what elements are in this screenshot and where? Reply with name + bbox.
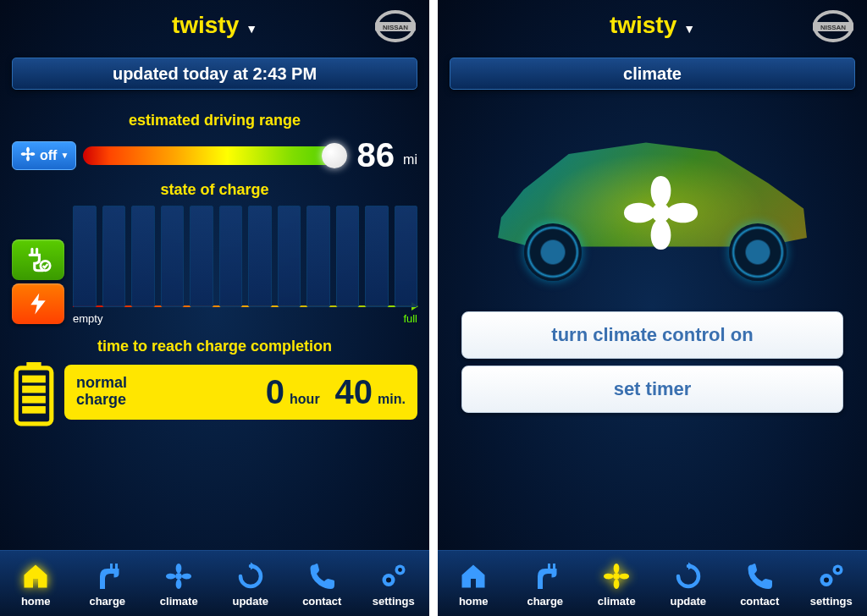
chevron-down-icon: ▼ bbox=[246, 22, 257, 36]
nissan-logo: NISSAN bbox=[809, 8, 857, 44]
tab-contact[interactable]: contact bbox=[724, 551, 796, 616]
tab-label: contact bbox=[740, 595, 779, 608]
soc-chart: empty full bbox=[73, 206, 417, 324]
charge-time-row: normal charge 0 hour 40 min. bbox=[12, 362, 417, 421]
tab-label: update bbox=[670, 595, 706, 608]
tab-label: settings bbox=[373, 595, 415, 608]
status-banner: climate bbox=[450, 58, 855, 90]
car-name-dropdown[interactable]: twisty▼ bbox=[610, 12, 695, 39]
soc-buttons bbox=[12, 239, 64, 324]
tab-home[interactable]: home bbox=[438, 551, 510, 616]
charge-time-label: time to reach charge completion bbox=[12, 338, 417, 355]
tab-home[interactable]: home bbox=[0, 551, 72, 616]
plugged-in-button[interactable] bbox=[12, 239, 64, 280]
tab-climate[interactable]: climate bbox=[143, 551, 215, 616]
charge-now-button[interactable] bbox=[12, 283, 64, 324]
svg-rect-7 bbox=[22, 376, 46, 383]
tab-label: contact bbox=[302, 595, 341, 608]
car-illustration bbox=[458, 122, 847, 300]
svg-point-3 bbox=[26, 151, 30, 155]
settings-icon bbox=[378, 559, 409, 593]
fan-icon bbox=[19, 146, 36, 166]
nissan-logo: NISSAN bbox=[372, 8, 419, 44]
range-gauge bbox=[83, 146, 345, 165]
range-knob bbox=[322, 143, 347, 168]
range-label: estimated driving range bbox=[12, 112, 417, 129]
ac-toggle[interactable]: off ▼ bbox=[12, 141, 76, 170]
svg-rect-9 bbox=[22, 396, 46, 404]
header: twisty▼ NISSAN bbox=[438, 0, 867, 51]
battery-icon bbox=[12, 362, 56, 421]
tab-label: home bbox=[459, 595, 489, 608]
svg-point-22 bbox=[824, 578, 829, 583]
tabbar: homechargeclimateupdatecontactsettings bbox=[438, 550, 867, 616]
tab-charge[interactable]: charge bbox=[510, 551, 582, 616]
chevron-down-icon: ▼ bbox=[60, 151, 69, 160]
tab-label: charge bbox=[527, 595, 563, 608]
range-value: 86 bbox=[357, 136, 395, 174]
tab-label: charge bbox=[89, 595, 125, 608]
soc-label: state of charge bbox=[12, 181, 417, 199]
tab-label: home bbox=[21, 595, 51, 608]
tab-label: climate bbox=[160, 595, 198, 608]
climate-content: turn climate control on set timer bbox=[438, 96, 867, 550]
chevron-down-icon: ▼ bbox=[683, 22, 695, 36]
svg-point-13 bbox=[386, 578, 391, 583]
set-timer-button[interactable]: set timer bbox=[461, 366, 843, 413]
charge-time-box[interactable]: normal charge 0 hour 40 min. bbox=[64, 365, 417, 420]
climate-icon bbox=[601, 559, 632, 593]
tab-update[interactable]: update bbox=[653, 551, 725, 616]
contact-icon bbox=[744, 559, 775, 593]
range-row: off ▼ 86 mi bbox=[12, 136, 417, 174]
charge-mode: normal charge bbox=[76, 375, 127, 409]
tab-charge[interactable]: charge bbox=[72, 551, 144, 616]
tab-label: climate bbox=[598, 595, 636, 608]
car-name-dropdown[interactable]: twisty▼ bbox=[172, 12, 257, 39]
tab-label: update bbox=[232, 595, 268, 608]
svg-rect-8 bbox=[22, 386, 46, 393]
update-icon bbox=[235, 559, 266, 593]
svg-text:NISSAN: NISSAN bbox=[383, 24, 408, 31]
fan-icon bbox=[621, 173, 701, 256]
home-content: estimated driving range off ▼ 86 mi stat… bbox=[0, 96, 429, 550]
home-icon bbox=[20, 559, 51, 593]
screen-climate: twisty▼ NISSAN climate turn climate cont… bbox=[438, 0, 867, 616]
home-icon bbox=[458, 559, 489, 593]
svg-point-24 bbox=[836, 568, 840, 572]
contact-icon bbox=[306, 559, 337, 593]
svg-point-20 bbox=[614, 573, 621, 580]
tab-settings[interactable]: settings bbox=[796, 551, 868, 616]
climate-on-button[interactable]: turn climate control on bbox=[461, 311, 843, 359]
climate-icon bbox=[163, 559, 194, 593]
svg-text:NISSAN: NISSAN bbox=[820, 24, 846, 31]
soc-row: empty full bbox=[12, 206, 417, 324]
tab-update[interactable]: update bbox=[215, 551, 287, 616]
svg-rect-10 bbox=[22, 406, 46, 414]
svg-point-11 bbox=[176, 573, 183, 580]
range-unit: mi bbox=[403, 152, 417, 168]
charge-icon bbox=[92, 559, 123, 593]
charge-values: 0 hour 40 min. bbox=[266, 373, 406, 411]
tabbar: homechargeclimateupdatecontactsettings bbox=[0, 550, 429, 616]
header: twisty▼ NISSAN bbox=[0, 0, 429, 51]
tab-climate[interactable]: climate bbox=[581, 551, 653, 616]
settings-icon bbox=[816, 559, 847, 593]
tab-label: settings bbox=[810, 595, 853, 608]
update-icon bbox=[673, 559, 704, 593]
soc-axis: empty full bbox=[73, 312, 417, 325]
tab-settings[interactable]: settings bbox=[358, 551, 430, 616]
screen-home: twisty▼ NISSAN updated today at 2:43 PM … bbox=[0, 0, 429, 616]
tab-contact[interactable]: contact bbox=[286, 551, 358, 616]
svg-point-15 bbox=[398, 568, 402, 572]
charge-icon bbox=[530, 559, 561, 593]
status-banner: updated today at 2:43 PM bbox=[12, 58, 417, 90]
